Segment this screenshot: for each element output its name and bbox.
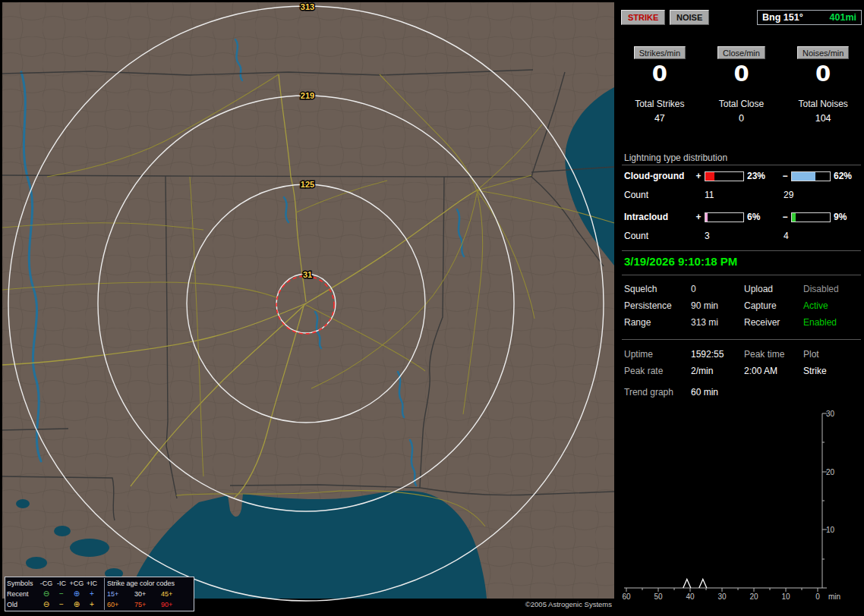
peak-time-value: 2:00 AM [744,366,803,376]
total-noises-label: Total Noises [798,99,847,109]
x-tick-label: 40 [686,592,695,601]
legend-row-label: Recent [7,589,39,599]
cg-negative-bar [791,171,831,181]
cg-positive-bar [705,171,744,181]
legend-col-header: +IC [84,578,99,589]
type-label: Intracloud [624,212,694,222]
copyright-text: ©2005 Astrogenic Systems [425,600,612,608]
trend-row: Trend graph 60 min [624,387,861,398]
cg-negative-count: 29 [784,190,793,200]
setting-label: Persistence [624,300,691,311]
cloud-ground-row: Cloud-ground + 23% − 62% [624,171,864,181]
age-code: 60+ [104,599,134,610]
y-tick-label: 20 [826,468,835,476]
ic-positive-count: 3 [705,231,784,241]
trend-graph: 30 20 10 60 50 40 30 20 10 0 min [619,401,864,616]
bearing-value: Bng 151° [762,12,803,23]
legend-symbols-title: Symbols [7,578,39,589]
peak-rate-value: 2/min [691,366,744,376]
legend-age-title: Strike age color codes [104,578,188,589]
strikes-per-min-button[interactable]: Strikes/min [634,46,686,59]
y-tick-label: 30 [826,410,835,418]
noise-indicator-button[interactable]: NOISE [670,10,709,25]
setting-label: Range [624,317,691,328]
age-code: 30+ [134,589,161,599]
total-strikes-value: 47 [654,113,665,124]
y-tick-label: 10 [826,526,835,534]
bar-fill [792,213,796,222]
type-label: Cloud-ground [624,171,694,181]
status-panel: STRIKE NOISE Bng 151° 401mi Strikes/min … [619,0,864,616]
capture-status: Active [803,300,861,311]
bar-fill [792,172,815,181]
setting-label: Upload [744,284,803,294]
range-value: 401mi [830,12,856,23]
cg-negative-pct: 62% [834,171,864,181]
strike-indicator-button[interactable]: STRIKE [621,10,665,25]
setting-label: Capture [744,300,803,311]
x-tick-label: 20 [749,592,758,601]
trend-spikes [683,580,707,589]
peak-time-label: Peak time [744,349,803,360]
cg-positive-pct: 23% [747,171,777,181]
map-canvas[interactable]: 313 219 125 31 [0,0,616,616]
legend-col-header: -IC [54,578,69,589]
minus-sign: − [780,212,790,222]
bar-fill [705,213,708,222]
setting-label: Squelch [624,284,691,294]
uptime-label: Uptime [624,349,691,360]
setting-value: 313 mi [691,317,744,328]
setting-value: 0 [691,284,744,294]
legend-row-label: Old [7,599,39,610]
x-axis-unit: min [828,592,840,601]
total-close-value: 0 [739,113,744,124]
nexstorm-window: 313 219 125 31 Symbols -CG -IC +CG +IC S… [0,0,864,616]
age-code: 90+ [161,599,188,610]
total-noises-value: 104 [815,113,831,124]
uptime-value: 1592:55 [691,349,744,360]
intracloud-count-row: Count 3 4 [624,231,789,241]
upload-status: Disabled [803,284,861,294]
ic-negative-count: 4 [784,231,789,241]
range-ring-label: 31 [303,270,312,279]
map-legend: Symbols -CG -IC +CG +IC Strike age color… [5,577,194,611]
legend-col-header: +CG [69,578,84,589]
pos-ic-symbol: + [84,599,99,610]
pos-ic-symbol: + [84,589,99,599]
age-code: 15+ [104,589,134,599]
strikes-per-min-value: 0 [652,61,667,86]
bar-fill [705,172,714,181]
trend-window-value: 60 min [691,387,744,398]
setting-label: Receiver [744,317,803,328]
noises-per-min-button[interactable]: Noises/min [797,46,849,59]
trend-graph-label: Trend graph [624,387,691,398]
neg-ic-symbol: − [54,599,69,610]
range-ring-label: 219 [301,91,314,100]
x-tick-label: 50 [654,592,663,601]
ic-positive-pct: 6% [747,212,777,222]
datetime-display: 3/19/2026 9:10:18 PM [624,255,864,268]
total-strikes-label: Total Strikes [635,99,684,109]
cg-positive-count: 11 [705,190,784,200]
total-close-label: Total Close [719,99,764,109]
pos-cg-symbol: ⊕ [69,589,84,599]
neg-cg-symbol: ⊖ [39,589,54,599]
minus-sign: − [780,171,790,181]
plus-sign: + [694,171,703,181]
map[interactable]: 313 219 125 31 Symbols -CG -IC +CG +IC S… [0,0,616,616]
x-tick-label: 0 [815,592,820,601]
noises-per-min-value: 0 [815,61,831,86]
distribution-title: Lightning type distribution [624,152,864,163]
plot-label: Plot [803,349,861,360]
plus-sign: + [694,212,703,222]
range-ring-label: 313 [301,2,314,11]
close-per-min-button[interactable]: Close/min [717,46,765,59]
receiver-status: Enabled [803,317,861,328]
cloud-ground-count-row: Count 11 29 [624,190,793,200]
x-tick-label: 60 [622,592,631,601]
settings-grid: Squelch 0 Upload Disabled Persistence 90… [624,284,861,328]
neg-cg-symbol: ⊖ [39,599,54,610]
setting-value: 90 min [691,300,744,311]
bearing-range-display: Bng 151° 401mi [757,10,862,25]
ic-positive-bar [705,212,744,222]
